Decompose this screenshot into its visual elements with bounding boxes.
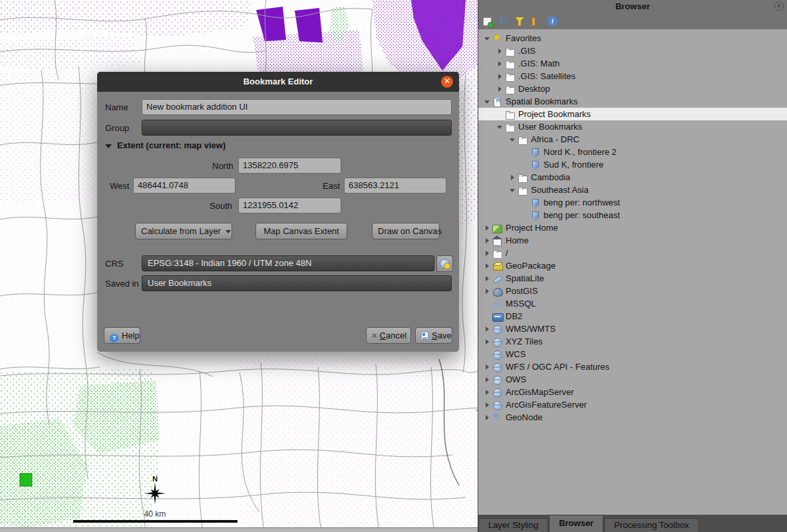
tree-item-geonode[interactable]: GeoNode [478,411,787,424]
tree-item-home[interactable]: Home [478,234,787,247]
tree-item-db2[interactable]: DB2 [478,310,787,323]
tree-item-wcs[interactable]: WCS [478,348,787,360]
tree-item-beng-per-northwest[interactable]: beng per: northwest [478,196,787,209]
properties-info-icon[interactable]: i [548,16,557,26]
help-button[interactable]: ?Help [104,327,140,344]
tree-item-nord-k-frontiere-2[interactable]: Nord K., frontiere 2 [478,146,787,158]
chevron-right-icon[interactable] [484,275,492,282]
tab-processing-toolbox[interactable]: Processing Toolbox [604,518,699,532]
tree-item-wfs-ogc-api-features[interactable]: WFS / OGC API - Features [478,360,787,373]
tree-item-geopackage[interactable]: GeoPackage [478,259,787,272]
tree-item-spatial-bookmarks[interactable]: Spatial Bookmarks [478,95,787,108]
south-input[interactable]: 1231955.0142 [238,198,341,213]
folder-icon [492,249,503,258]
tree-item-beng-per-southeast[interactable]: beng per: southeast [478,209,787,221]
help-icon: ? [110,334,118,342]
tree-item-ows[interactable]: OWS [478,373,787,386]
chevron-right-icon[interactable] [509,174,518,181]
expander-spacer [522,162,530,168]
chevron-down-icon[interactable] [496,124,505,130]
filter-icon[interactable] [515,17,524,26]
tree-item-gis-math[interactable]: .GIS: Math [478,57,787,70]
tree-item-label: beng per: southeast [544,210,620,220]
save-button[interactable]: Save [415,327,452,344]
chevron-down-icon[interactable] [509,187,518,194]
chevron-down-icon[interactable] [509,136,518,143]
geonode-icon [492,413,503,422]
tree-item-xyz-tiles[interactable]: XYZ Tiles [478,335,787,348]
add-layer-icon[interactable] [483,17,492,26]
chevron-right-icon[interactable] [484,402,492,408]
close-icon[interactable]: ✕ [441,76,453,88]
name-label: Name [105,102,128,112]
collapse-tree-icon[interactable] [530,15,542,27]
chevron-down-icon[interactable] [484,35,492,42]
chevron-down-icon[interactable] [484,98,492,105]
tree-item-cambodia[interactable]: Cambodia [478,171,787,184]
tree-item-root[interactable]: / [478,247,787,259]
chevron-right-icon[interactable] [484,263,492,269]
chevron-right-icon[interactable] [484,288,492,295]
tree-item-wms-wmts[interactable]: WMS/WMTS [478,323,787,335]
saved-in-combobox[interactable]: User Bookmarks [142,275,452,291]
tree-item-favorites[interactable]: Favorites [478,32,787,45]
tab-browser[interactable]: Browser [549,515,603,532]
refresh-icon[interactable]: ↻ [498,15,509,27]
chevron-right-icon[interactable] [484,364,492,370]
tree-item-postgis[interactable]: PostGIS [478,285,787,297]
tree-item-project-bookmarks[interactable]: Project Bookmarks [478,108,787,120]
chevron-right-icon[interactable] [484,250,492,257]
tree-item-mssql[interactable]: MSSQL [478,297,787,310]
tree-item-arcgisfeatureserver[interactable]: ArcGisFeatureServer [478,398,787,411]
chevron-right-icon[interactable] [496,86,505,92]
folder-icon [505,47,516,56]
west-input[interactable]: 486441.0748 [133,178,236,194]
map-canvas-extent-button[interactable]: Map Canvas Extent [255,223,347,239]
name-input[interactable]: New bookmark addition UI [142,99,452,115]
bookmarks-root-icon [492,97,503,106]
draw-on-canvas-button[interactable]: Draw on Canvas [372,223,440,239]
chevron-right-icon[interactable] [496,61,505,67]
group-combobox[interactable] [142,120,452,136]
chevron-right-icon[interactable] [496,73,505,80]
chevron-right-icon[interactable] [484,389,492,396]
tree-item-gis-satellites[interactable]: .GIS: Satellites [478,70,787,82]
chevron-right-icon[interactable] [484,338,492,345]
tree-item-project-home[interactable]: Project Home [478,221,787,234]
tree-item-label: Home [506,235,529,245]
chevron-right-icon[interactable] [484,225,492,231]
tree-item-gis[interactable]: .GIS [478,45,787,57]
tree-item-desktop[interactable]: Desktop [478,82,787,95]
east-input[interactable]: 638563.2121 [344,178,446,194]
crs-combobox[interactable]: EPSG:3148 - Indian 1960 / UTM zone 48N [142,255,434,271]
chevron-right-icon[interactable] [484,237,492,244]
bookmark-icon [530,211,541,220]
collapse-arrow-icon[interactable] [105,144,112,148]
bookmark-editor-dialog: Bookmark Editor ✕ Name New bookmark addi… [97,72,459,352]
tree-item-southeast-asia[interactable]: Southeast Asia [478,184,787,196]
panel-close-icon[interactable]: ✕ [774,1,784,11]
tree-item-sud-k-frontiere[interactable]: Sud K, frontiere [478,158,787,171]
calculate-from-layer-button[interactable]: Calculate from Layer [135,223,232,239]
folder-icon [505,59,516,68]
tree-item-label: DB2 [506,311,522,321]
tree-item-spatialite[interactable]: SpatiaLite [478,272,787,285]
tree-item-africa-drc[interactable]: Africa - DRC [478,133,787,146]
globe-wfs-icon [492,362,503,372]
chevron-right-icon[interactable] [484,414,492,421]
chevron-right-icon[interactable] [496,48,505,55]
tree-item-arcgismapserver[interactable]: ArcGisMapServer [478,386,787,398]
browser-tree: Favorites.GIS.GIS: Math.GIS: SatellitesD… [478,29,787,515]
north-input[interactable]: 1358220.6975 [238,158,341,174]
select-crs-button[interactable] [436,255,453,272]
north-arrow-label: N [152,475,158,483]
chevron-right-icon[interactable] [484,326,492,332]
tab-layer-styling[interactable]: Layer Styling [478,518,548,532]
extent-section-header[interactable]: Extent (current: map view) [117,140,226,150]
home-icon [492,236,503,245]
chevron-right-icon[interactable] [484,376,492,383]
cancel-button[interactable]: ×Cancel [366,327,411,344]
tree-item-user-bookmarks[interactable]: User Bookmarks [478,120,787,133]
dialog-titlebar[interactable]: Bookmark Editor ✕ [97,72,459,92]
browser-panel: Browser ✕ ↻ i Favorites.GIS.GIS: Math.GI… [478,0,787,532]
